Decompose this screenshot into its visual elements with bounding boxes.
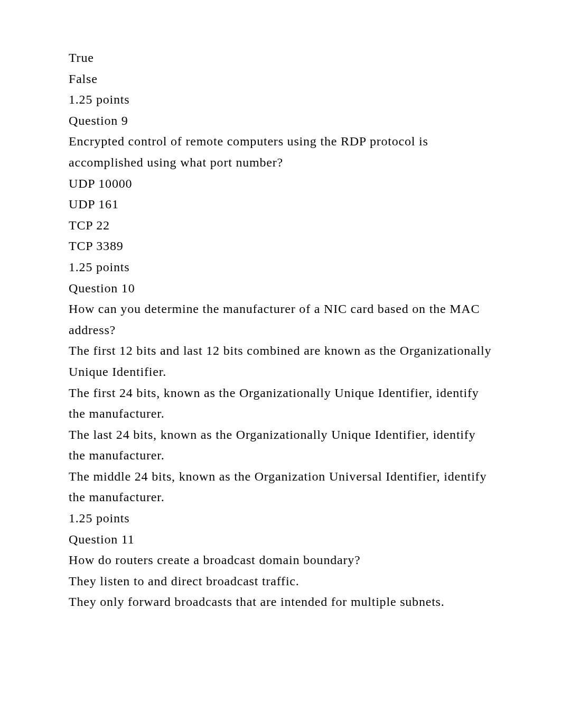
- answer-option: TCP 3389: [69, 236, 492, 257]
- answer-option: They only forward broadcasts that are in…: [69, 592, 492, 613]
- question-text: How can you determine the manufacturer o…: [69, 299, 492, 340]
- points-label: 1.25 points: [69, 89, 492, 110]
- answer-option: TCP 22: [69, 215, 492, 236]
- document-body: True False 1.25 points Question 9 Encryp…: [69, 48, 492, 613]
- answer-option: The middle 24 bits, known as the Organiz…: [69, 466, 492, 508]
- answer-option: They listen to and direct broadcast traf…: [69, 571, 492, 592]
- question-heading: Question 10: [69, 278, 492, 299]
- answer-option: False: [69, 69, 492, 90]
- answer-option: True: [69, 48, 492, 69]
- points-label: 1.25 points: [69, 508, 492, 529]
- question-text: Encrypted control of remote computers us…: [69, 131, 492, 173]
- answer-option: The first 24 bits, known as the Organiza…: [69, 383, 492, 425]
- answer-option: The first 12 bits and last 12 bits combi…: [69, 340, 492, 382]
- question-heading: Question 11: [69, 529, 492, 550]
- answer-option: UDP 161: [69, 194, 492, 215]
- question-heading: Question 9: [69, 110, 492, 132]
- points-label: 1.25 points: [69, 257, 492, 278]
- answer-option: UDP 10000: [69, 173, 492, 195]
- answer-option: The last 24 bits, known as the Organizat…: [69, 425, 492, 466]
- question-text: How do routers create a broadcast domain…: [69, 550, 492, 571]
